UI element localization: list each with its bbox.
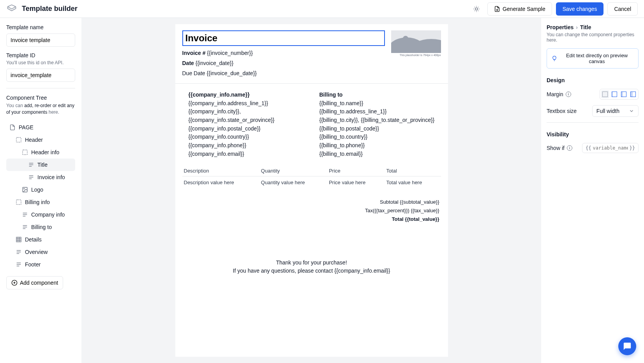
tree-item-billing-to[interactable]: Billing to [6, 221, 75, 233]
image-icon [22, 187, 28, 193]
margin-small[interactable] [610, 90, 618, 98]
design-heading: Design [547, 77, 639, 83]
text-icon [28, 162, 34, 168]
component-tree-label: Component Tree [6, 95, 75, 101]
brace-close-icon: }} [630, 145, 635, 151]
template-name-input[interactable] [6, 33, 75, 47]
section-icon [22, 149, 28, 155]
billing-to-block: Billing to {{billing_to.name}} {{billing… [319, 91, 435, 159]
svg-point-10 [24, 188, 25, 189]
col-total: Total [385, 166, 441, 176]
divider [6, 88, 75, 88]
section-icon [16, 199, 22, 205]
visibility-heading: Visibility [547, 131, 639, 137]
svg-rect-2 [23, 150, 27, 155]
text-icon [16, 261, 22, 268]
app-title: Template builder [22, 5, 78, 13]
svg-point-0 [475, 8, 478, 10]
col-price: Price [327, 166, 385, 176]
page-icon [9, 124, 16, 130]
margin-large[interactable] [629, 90, 637, 98]
showif-label: Show ifi [547, 145, 572, 151]
showif-input-wrap[interactable]: {{ }} [582, 143, 639, 153]
tree-item-details[interactable]: Details [6, 233, 75, 246]
footer-message: Thank you for your purchase! If you have… [182, 259, 441, 275]
preview-canvas[interactable]: Invoice # {{invoice_number}} Date {{invo… [175, 24, 448, 357]
theme-toggle-icon[interactable] [469, 2, 483, 16]
margin-none[interactable] [601, 90, 609, 98]
col-description: Description [182, 166, 259, 176]
edit-on-canvas-hint[interactable]: Edit text directly on preview canvas [547, 48, 639, 69]
cancel-button[interactable]: Cancel [607, 2, 638, 16]
invoice-date: Date {{invoice_date}} [182, 60, 385, 66]
tree-item-header-info[interactable]: Header info [6, 146, 75, 159]
add-component-button[interactable]: Add component [6, 276, 63, 289]
chat-fab[interactable] [618, 337, 636, 355]
table-icon [16, 236, 22, 243]
divider [175, 83, 448, 84]
component-tree-help: You can add, re-order or edit any of you… [6, 102, 75, 116]
margin-medium[interactable] [620, 90, 628, 98]
info-icon[interactable]: i [567, 145, 572, 151]
textbox-size-label: Textbox size [547, 108, 577, 114]
showif-input[interactable] [593, 145, 628, 151]
logo-placeholder[interactable] [391, 30, 441, 53]
company-info-block: {{company_info.name}} {{company_info.add… [189, 91, 304, 159]
template-name-label: Template name [6, 24, 75, 30]
generate-sample-button[interactable]: Generate Sample [487, 2, 552, 16]
totals-block: Subtotal {{subtotal_value}} Tax({{tax_pe… [182, 198, 441, 224]
col-quantity: Quantity [259, 166, 327, 176]
save-button[interactable]: Save changes [556, 2, 604, 16]
chevron-down-icon [629, 108, 634, 114]
chevron-right-icon: › [576, 24, 578, 30]
brace-open-icon: {{ [586, 145, 591, 151]
invoice-due-date: Due Date {{invoice_due_date}} [182, 70, 385, 76]
info-icon[interactable]: i [566, 92, 571, 97]
divider [547, 122, 639, 123]
invoice-number: Invoice # {{invoice_number}} [182, 50, 385, 56]
tree-item-header[interactable]: Header [6, 134, 75, 146]
margin-label: Margini [547, 91, 571, 97]
textbox-size-select[interactable]: Full width [592, 105, 639, 117]
text-icon [22, 211, 28, 218]
tree-item-overview[interactable]: Overview [6, 246, 75, 258]
svg-rect-11 [16, 200, 21, 204]
tree-item-footer[interactable]: Footer [6, 258, 75, 271]
logo-caption: This placeholder is 794px x 400px [391, 54, 441, 56]
lightbulb-icon [552, 56, 557, 61]
table-row: Description value here Quantity value he… [182, 176, 441, 189]
text-icon [22, 224, 28, 230]
template-id-help: You'll use this id on the API. [6, 60, 75, 65]
tree-item-logo[interactable]: Logo [6, 183, 75, 196]
section-icon [16, 137, 22, 143]
tree-item-billing-info[interactable]: Billing info [6, 196, 75, 208]
template-id-label: Template ID [6, 52, 75, 58]
text-icon [28, 174, 34, 180]
template-id-input[interactable] [6, 69, 75, 82]
title-input[interactable] [182, 30, 385, 46]
tree-item-company-info[interactable]: Company info [6, 208, 75, 221]
breadcrumb: Properties › Title [547, 24, 639, 30]
svg-rect-1 [16, 137, 21, 142]
items-table: Description Quantity Price Total Descrip… [182, 166, 441, 189]
app-logo-icon [6, 4, 17, 14]
svg-rect-18 [16, 237, 21, 242]
margin-options [600, 89, 639, 100]
properties-help: You can change the component properties … [547, 32, 639, 43]
tree-item-invoice-info[interactable]: Invoice info [6, 171, 75, 183]
tree-item-title[interactable]: Title [6, 159, 75, 171]
tree-item-page[interactable]: PAGE [6, 121, 75, 134]
text-icon [16, 249, 22, 255]
